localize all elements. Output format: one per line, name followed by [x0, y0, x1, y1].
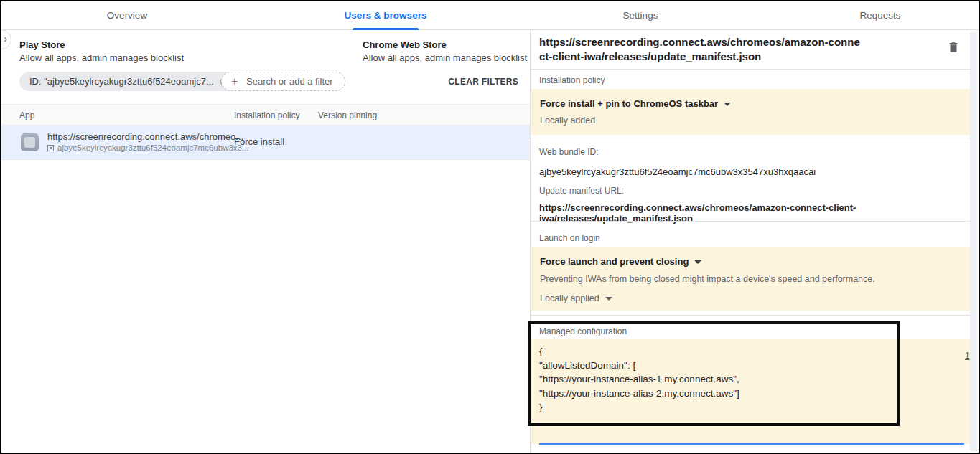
web-bundle-id-value: ajbye5keylrcyakugr3zttu6f524eoamjc7mc6ub… [539, 166, 816, 177]
admin-console-app-detail-window: Overview Users & browsers Settings Reque… [0, 0, 980, 454]
update-manifest-url-label: Update manifest URL: [539, 186, 624, 196]
tab-users-and-browsers[interactable]: Users & browsers [345, 1, 427, 30]
chrome-web-store-policy-summary: Chrome Web Store Allow all apps, admin m… [363, 39, 527, 65]
config-json-line: { [539, 344, 961, 359]
web-bundle-id-label: Web bundle ID: [539, 147, 599, 157]
focused-input-underline [539, 443, 964, 445]
managed-configuration-input[interactable]: { "allowListedDomain": [ "https://your-i… [539, 344, 961, 415]
chevron-down-icon [605, 297, 612, 301]
managed-configuration-section: { "allowListedDomain": [ "https://your-i… [531, 339, 970, 444]
launch-on-login-dropdown[interactable]: Force launch and prevent closing [540, 256, 701, 267]
active-tab-indicator [353, 28, 419, 30]
installation-policy-label: Installation policy [539, 75, 605, 85]
footnote-marker[interactable]: 1 [965, 351, 970, 361]
column-header-installation-policy[interactable]: Installation policy [234, 110, 299, 120]
divider [531, 69, 970, 70]
divider [531, 315, 970, 316]
text-cursor [543, 402, 543, 412]
installation-policy-section: Force install + pin to ChromeOS taskbar … [531, 89, 970, 135]
trash-icon[interactable] [947, 41, 960, 54]
play-store-subtitle: Allow all apps, admin manages blocklist [19, 51, 184, 65]
detail-title: https://screenrecording.connect.aws/chro… [539, 35, 862, 64]
filter-chip-label: ID: "ajbye5keylrcyakugr3zttu6f524eoamjc7… [29, 76, 214, 87]
column-header-version-pinning[interactable]: Version pinning [318, 110, 377, 120]
tab-overview[interactable]: Overview [107, 1, 147, 30]
launch-on-login-value: Force launch and prevent closing [540, 256, 689, 267]
app-detail-panel: https://screenrecording.connect.aws/chro… [531, 31, 970, 453]
active-filter-chip[interactable]: ID: "ajbye5keylrcyakugr3zttu6f524eoamjc7… [19, 72, 236, 91]
config-json-line: "https://your-instance-alias-2.my.connec… [539, 387, 961, 401]
tab-settings[interactable]: Settings [623, 1, 658, 30]
app-row-title: https://screenrecording.connect.aws/chro… [47, 131, 243, 142]
app-table-header: App Installation policy Version pinning [1, 104, 530, 126]
installation-policy-status: Locally added [540, 115, 595, 126]
play-store-policy-summary: Play Store Allow all apps, admin manages… [19, 39, 184, 65]
plus-icon: ＋ [229, 75, 240, 88]
launch-on-login-section: Force launch and prevent closing Prevent… [531, 247, 970, 311]
config-json-line: "allowListedDomain": [ [539, 359, 961, 373]
divider [531, 143, 970, 143]
chrome-web-store-subtitle: Allow all apps, admin manages blocklist [363, 51, 527, 65]
launch-on-login-warning: Preventing IWAs from being closed might … [540, 274, 875, 284]
add-filter-button[interactable]: ＋ Search or add a filter [221, 72, 345, 91]
launch-on-login-label: Launch on login [539, 233, 600, 243]
tab-requests[interactable]: Requests [859, 1, 900, 30]
divider [531, 221, 970, 222]
app-row-installation-policy: Force install [234, 136, 284, 147]
filter-bar: ID: "ajbye5keylrcyakugr3zttu6f524eoamjc7… [19, 72, 518, 92]
config-json-line: } [539, 400, 961, 415]
installation-policy-dropdown[interactable]: Force install + pin to ChromeOS taskbar [540, 98, 731, 109]
chevron-right-icon: › [4, 33, 7, 44]
chrome-web-store-title: Chrome Web Store [363, 39, 527, 51]
chevron-down-icon [694, 260, 701, 264]
clear-filters-button[interactable]: CLEAR FILTERS [448, 77, 518, 87]
add-filter-label: Search or add a filter [246, 76, 333, 87]
config-json-line: "https://your-instance-alias-1.my.connec… [539, 372, 961, 387]
launch-on-login-status: Locally applied [540, 293, 599, 303]
table-row[interactable]: https://screenrecording.connect.aws/chro… [1, 126, 530, 160]
app-row-id: ajbye5keylrcyakugr3zttu6f524eoamjc7mc6ub… [47, 143, 249, 152]
launch-on-login-status-dropdown[interactable]: Locally applied [540, 293, 612, 303]
column-header-app[interactable]: App [19, 110, 34, 120]
app-list-panel: Play Store Allow all apps, admin manages… [1, 31, 530, 453]
tab-bar: Overview Users & browsers Settings Reque… [1, 1, 979, 30]
managed-configuration-label: Managed configuration [539, 326, 627, 336]
app-id-text: ajbye5keylrcyakugr3zttu6f524eoamjc7mc6ub… [57, 143, 249, 152]
chevron-down-icon [724, 103, 731, 106]
app-id-icon [47, 145, 54, 151]
installation-policy-value: Force install + pin to ChromeOS taskbar [540, 98, 718, 109]
app-icon [21, 133, 39, 151]
play-store-title: Play Store [19, 39, 184, 51]
